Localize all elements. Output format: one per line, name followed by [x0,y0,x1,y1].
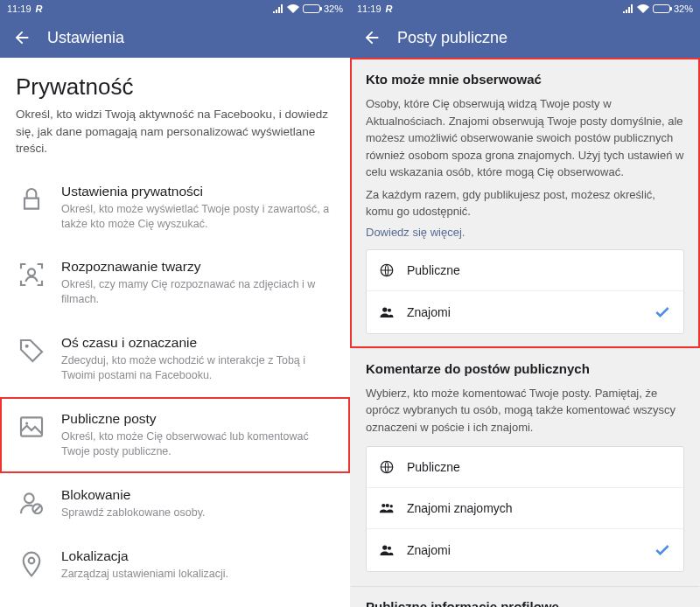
menu-item-desc: Określ, kto może wyświetlać Twoje posty … [61,202,332,232]
tag-icon [18,337,49,365]
page-title: Prywatność [16,73,334,101]
svg-point-3 [25,422,28,424]
menu-timeline-tagging[interactable]: Oś czasu i oznaczanie Zdecyduj, kto może… [0,321,350,397]
user-block-icon [18,489,49,517]
app-bar-title: Posty publiczne [397,29,508,47]
menu-face-recognition[interactable]: Rozpoznawanie twarzy Określ, czy mamy Ci… [0,245,350,321]
app-bar: Posty publiczne [350,17,700,58]
battery-icon [653,4,670,13]
globe-icon [379,459,398,475]
svg-point-15 [390,505,393,507]
section-title: Kto może mnie obserwować [366,72,684,87]
menu-item-title: Ustawienia prywatności [61,184,332,199]
app-badge-icon: R [36,3,43,14]
back-icon[interactable] [12,28,32,47]
svg-point-1 [25,345,29,348]
section-public-comments: Komentarze do postów publicznych Wybierz… [350,348,700,587]
location-icon [18,550,49,578]
section-who-can-follow: Kto może mnie obserwować Osoby, które Ci… [350,58,700,348]
friends-of-friends-icon [379,500,398,516]
battery-percent: 32% [324,3,343,14]
menu-item-title: Oś czasu i oznaczanie [61,335,332,351]
svg-point-4 [24,493,34,503]
status-right: 32% [273,3,343,14]
app-bar-title: Ustawienia [47,29,124,47]
app-badge-icon: R [386,3,393,14]
status-time: 11:19 [357,3,382,14]
page-desc: Określ, kto widzi Twoją aktywność na Fac… [16,106,334,157]
menu-item-title: Blokowanie [61,487,332,503]
option-label: Znajomi znajomych [407,501,671,515]
content-right: Kto może mnie obserwować Osoby, które Ci… [350,58,700,607]
learn-more-link[interactable]: Dowiedz się więcej. [366,226,684,239]
section-desc2: Za każdym razem, gdy publikujesz post, m… [366,186,684,220]
svg-point-17 [388,547,391,550]
option-friends[interactable]: Znajomi [367,291,683,333]
option-friends[interactable]: Znajomi [367,529,683,571]
screen-left: 11:19 R 32% Ustawienia Prywatność Określ… [0,0,350,607]
screen-right: 11:19 R 32% Posty publiczne Kto może mni… [350,0,700,607]
check-icon [654,541,671,559]
option-label: Publiczne [407,460,671,474]
status-right: 32% [623,3,693,14]
section-title: Publiczne informacje profilowe [366,599,684,607]
menu-public-posts[interactable]: Publiczne posty Określ, kto może Cię obs… [0,397,350,473]
wifi-icon [287,4,299,13]
signal-icon [273,4,284,13]
option-label: Znajomi [407,543,654,557]
menu-item-title: Lokalizacja [61,548,332,564]
section-desc: Wybierz, kto może komentować Twoje posty… [366,385,684,436]
option-label: Publiczne [407,263,671,277]
svg-point-13 [382,504,385,507]
menu-blocking[interactable]: Blokowanie Sprawdź zablokowane osoby. [0,473,350,534]
status-left: 11:19 R [7,3,42,14]
friends-icon [379,542,398,558]
image-icon [18,413,49,441]
menu-item-desc: Określ, kto może Cię obserwować lub kome… [61,429,332,459]
option-public[interactable]: Publiczne [367,447,683,488]
option-label: Znajomi [407,305,654,319]
friends-icon [379,304,398,320]
globe-icon [379,262,398,278]
status-bar: 11:19 R 32% [0,0,350,17]
wifi-icon [637,4,649,13]
section-title: Komentarze do postów publicznych [366,361,684,376]
option-list-comments: Publiczne Znajomi znajomych Znajomi [366,446,684,572]
battery-percent: 32% [674,3,693,14]
option-friends-of-friends[interactable]: Znajomi znajomych [367,488,683,529]
back-icon[interactable] [362,28,382,47]
option-list-follow: Publiczne Znajomi [366,249,684,334]
svg-point-11 [388,308,391,311]
svg-point-14 [386,504,389,507]
menu-item-title: Rozpoznawanie twarzy [61,259,332,275]
svg-point-16 [382,545,387,549]
face-scan-icon [18,261,49,289]
app-bar: Ustawienia [0,17,350,58]
menu-activity-status[interactable]: Status aktywności [0,595,350,607]
menu-item-desc: Określ, czy mamy Cię rozpoznawać na zdję… [61,277,332,307]
menu-location[interactable]: Lokalizacja Zarządzaj ustawieniami lokal… [0,534,350,596]
status-left: 11:19 R [357,3,392,14]
svg-rect-2 [21,417,42,436]
lock-icon [18,185,49,213]
privacy-header: Prywatność Określ, kto widzi Twoją aktyw… [0,58,350,170]
check-icon [654,304,671,321]
content-left: Prywatność Określ, kto widzi Twoją aktyw… [0,58,350,607]
section-desc: Osoby, które Cię obserwują widzą Twoje p… [366,95,684,181]
signal-icon [623,4,634,13]
status-time: 11:19 [7,3,32,14]
svg-point-0 [28,269,35,276]
menu-privacy-settings[interactable]: Ustawienia prywatności Określ, kto może … [0,170,350,246]
section-public-profile-info: Publiczne informacje profilowe [350,586,700,607]
status-bar: 11:19 R 32% [350,0,700,17]
battery-icon [303,4,320,13]
menu-item-desc: Zarządzaj ustawieniami lokalizacji. [61,567,332,582]
menu-item-desc: Zdecyduj, kto może wchodzić w interakcje… [61,353,332,383]
menu-item-desc: Sprawdź zablokowane osoby. [61,506,332,520]
menu-item-title: Publiczne posty [61,411,332,427]
option-public[interactable]: Publiczne [367,250,683,291]
svg-point-10 [382,307,387,311]
svg-point-6 [29,557,35,563]
